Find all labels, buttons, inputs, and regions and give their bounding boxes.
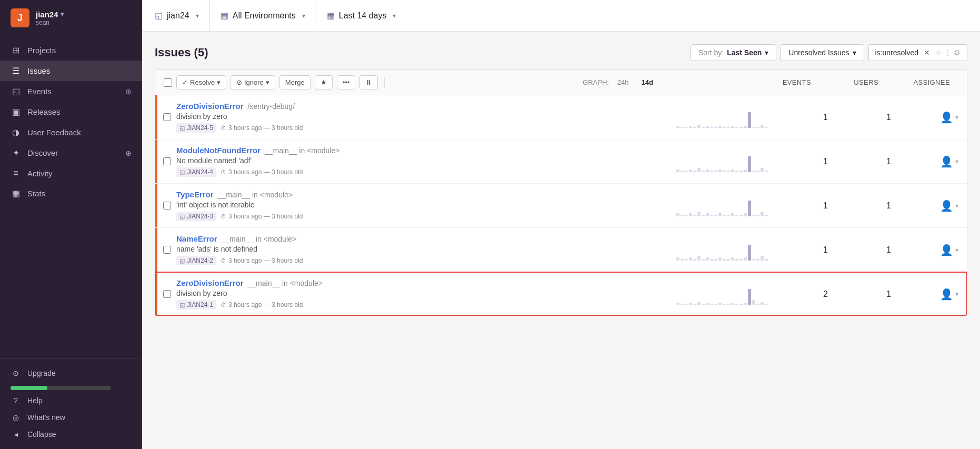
- issue-project-icon: ◱: [179, 125, 185, 132]
- sidebar-bottom-label: Upgrade: [27, 369, 56, 377]
- settings-icon[interactable]: ⚙: [954, 48, 961, 57]
- filter-options-icon[interactable]: ⋮: [944, 48, 952, 57]
- star-button[interactable]: ★: [315, 75, 333, 89]
- issue-checkbox[interactable]: [163, 246, 171, 254]
- issues-area: Issues (5) Sort by: Last Seen ▾ Unresolv…: [142, 32, 980, 449]
- time-14d-button[interactable]: 14d: [637, 76, 657, 88]
- sparkline-bar: [756, 215, 759, 216]
- issue-row[interactable]: NameError__main__ in <module>name 'ads' …: [155, 228, 967, 272]
- sparkline-bar: [727, 215, 730, 216]
- sidebar-item-whats-new[interactable]: ◎ What's new: [11, 409, 132, 426]
- sparkline-bar: [739, 304, 743, 305]
- sparkline-bar: [718, 126, 722, 128]
- project-name: jian24: [167, 11, 189, 21]
- sidebar-item-help[interactable]: ? Help: [11, 392, 132, 409]
- sparkline-bar: [685, 304, 688, 305]
- issue-row[interactable]: TypeError__main__ in <module>'int' objec…: [155, 184, 967, 228]
- sidebar-item-projects[interactable]: ⊞ Projects: [0, 40, 142, 61]
- issue-row[interactable]: ZeroDivisionError__main__ in <module>div…: [155, 272, 967, 316]
- sparkline-bar: [723, 215, 726, 216]
- sparkline-bar: [706, 213, 709, 216]
- issue-assignee[interactable]: 👤▾: [904, 111, 967, 124]
- sidebar-item-discover[interactable]: ✦ Discover ⊕: [0, 143, 142, 163]
- project-selector[interactable]: ◱ jian24 ▾: [155, 0, 210, 31]
- merge-button[interactable]: Merge: [279, 75, 311, 89]
- sidebar-item-events[interactable]: ◱ Events ⊕: [0, 81, 142, 102]
- sparkline-bar: [693, 259, 696, 261]
- issue-assignee[interactable]: 👤▾: [904, 155, 967, 168]
- time-24h-button[interactable]: 24h: [613, 76, 633, 88]
- sparkline-bar: [676, 126, 679, 128]
- pause-button[interactable]: ⏸: [359, 75, 378, 89]
- sidebar-navigation: ⊞ Projects ☰ Issues ◱ Events ⊕ ▣ Release…: [0, 36, 142, 358]
- sidebar-item-releases[interactable]: ▣ Releases: [0, 102, 142, 122]
- issue-error-type[interactable]: ZeroDivisionError: [176, 278, 244, 287]
- org-chevron-icon: ▾: [61, 11, 64, 18]
- filter-tag-close-icon[interactable]: ✕: [924, 48, 930, 57]
- sidebar-item-activity[interactable]: ≡ Activity: [0, 163, 142, 183]
- sparkline-bar: [714, 171, 717, 172]
- filter-tag-text: is:unresolved: [875, 48, 919, 57]
- filter-dropdown-button[interactable]: Unresolved Issues ▾: [781, 44, 864, 61]
- sparkline-bar: [731, 303, 734, 304]
- select-all-checkbox[interactable]: [164, 78, 172, 87]
- issue-error-type[interactable]: ZeroDivisionError: [176, 102, 244, 111]
- issue-error-type[interactable]: TypeError: [176, 190, 214, 199]
- issue-checkbox[interactable]: [163, 290, 171, 298]
- sparkline-bar: [748, 289, 751, 305]
- discover-expand-icon: ⊕: [125, 149, 132, 157]
- issue-location: __main__ in <module>: [218, 191, 293, 199]
- issue-sparkline: [672, 284, 777, 305]
- issue-row[interactable]: ModuleNotFoundError__main__ in <module>N…: [155, 139, 967, 184]
- environment-selector[interactable]: ▦ All Environments ▾: [210, 0, 316, 31]
- sparkline-bar: [765, 215, 768, 216]
- sparkline-bar: [710, 304, 713, 305]
- issue-error-type[interactable]: NameError: [176, 234, 217, 243]
- issue-checkbox[interactable]: [163, 157, 171, 165]
- resolve-dropdown-icon: ▾: [217, 78, 221, 86]
- sidebar-item-collapse[interactable]: ◂ Collapse: [11, 426, 132, 443]
- date-range-selector[interactable]: ▦ Last 14 days ▾: [316, 0, 407, 31]
- sparkline-bar: [702, 304, 705, 305]
- assignee-chevron-icon: ▾: [955, 202, 958, 209]
- issue-id-badge[interactable]: ◱ JIAN24-4: [176, 167, 216, 177]
- issue-checkbox[interactable]: [163, 202, 171, 209]
- more-button[interactable]: •••: [337, 75, 356, 89]
- events-icon: ◱: [11, 86, 21, 96]
- ignore-button[interactable]: ⊘ Ignore ▾: [231, 75, 275, 89]
- sidebar-item-user-feedback[interactable]: ◑ User Feedback: [0, 122, 142, 143]
- sort-by-button[interactable]: Sort by: Last Seen ▾: [691, 44, 776, 61]
- sparkline-bar: [681, 304, 684, 305]
- issue-error-type[interactable]: ModuleNotFoundError: [176, 146, 261, 155]
- bookmark-icon[interactable]: ☆: [935, 48, 942, 57]
- issue-checkbox[interactable]: [163, 113, 171, 121]
- sidebar-item-stats[interactable]: ▦ Stats: [0, 183, 142, 204]
- sparkline-bar: [714, 259, 717, 261]
- sparkline-bar: [723, 127, 726, 128]
- sparkline-bar: [706, 169, 709, 172]
- issue-row[interactable]: ZeroDivisionError/sentry-debug/division …: [155, 95, 967, 139]
- issue-id-badge[interactable]: ◱ JIAN24-1: [176, 300, 216, 310]
- issue-content: ZeroDivisionError__main__ in <module>div…: [176, 272, 672, 316]
- issue-message: No module named 'adf': [176, 156, 666, 165]
- sparkline-bar: [735, 215, 738, 216]
- sparkline-bar: [689, 303, 692, 304]
- org-switcher[interactable]: J jian24 ▾ sean: [0, 0, 142, 36]
- org-name: jian24 ▾: [36, 10, 64, 19]
- sidebar-item-upgrade[interactable]: ⊙ Upgrade: [11, 365, 132, 382]
- ignore-icon: ⊘: [236, 78, 242, 86]
- users-column-header: USERS: [828, 78, 891, 86]
- sparkline-bar: [727, 171, 730, 172]
- resolve-button[interactable]: ✓ Resolve ▾: [176, 75, 226, 89]
- date-chevron-icon: ▾: [393, 12, 396, 19]
- issue-assignee[interactable]: 👤▾: [904, 244, 967, 256]
- user-feedback-icon: ◑: [11, 127, 21, 137]
- issue-id-badge[interactable]: ◱ JIAN24-2: [176, 256, 216, 265]
- sparkline-bar: [689, 126, 692, 128]
- issue-id-badge[interactable]: ◱ JIAN24-3: [176, 212, 216, 221]
- issue-assignee[interactable]: 👤▾: [904, 199, 967, 212]
- sparkline-bar: [765, 304, 768, 305]
- issue-id-badge[interactable]: ◱ JIAN24-5: [176, 123, 216, 133]
- issue-assignee[interactable]: 👤▾: [904, 288, 967, 301]
- sidebar-item-issues[interactable]: ☰ Issues: [0, 61, 142, 81]
